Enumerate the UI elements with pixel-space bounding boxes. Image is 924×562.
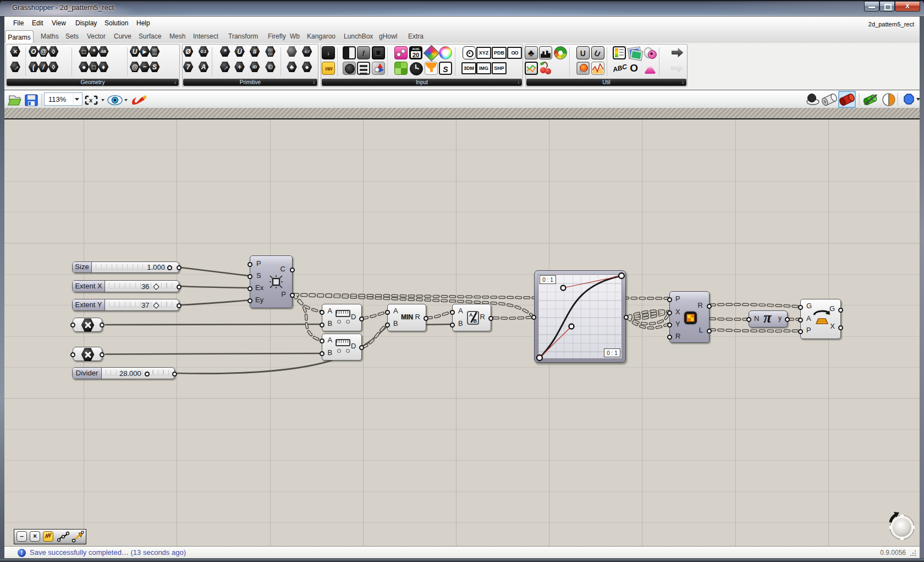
svg-text:x: x [89,97,93,103]
